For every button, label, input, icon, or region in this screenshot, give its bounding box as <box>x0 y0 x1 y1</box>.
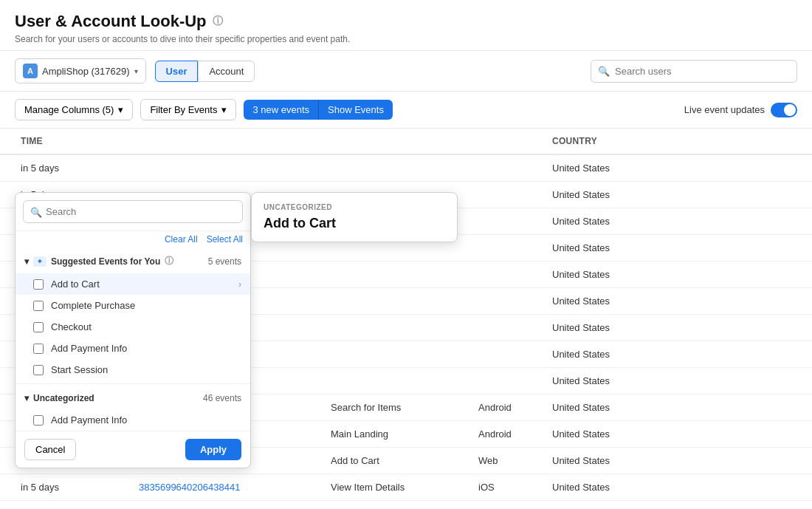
td-id <box>133 155 325 181</box>
td-id[interactable]: 3835699640206438441 <box>133 474 325 500</box>
start-session-label: Start Session <box>51 364 241 375</box>
td-platform <box>472 208 546 234</box>
live-events-toggle[interactable] <box>771 103 797 117</box>
td-event: Main Landing <box>325 421 472 447</box>
td-time: in 5 days <box>15 501 133 509</box>
uncategorized-section: ▾ Uncategorized 46 events Add Payment In… <box>16 387 250 431</box>
checkbox-add-to-cart[interactable] <box>33 279 44 290</box>
col-id <box>133 129 325 154</box>
td-country: United States <box>546 394 664 420</box>
title-text: User & Account Look-Up <box>15 12 207 31</box>
apply-button[interactable]: Apply <box>185 439 241 460</box>
td-country: United States <box>546 368 664 394</box>
clear-all-link[interactable]: Clear All <box>165 234 198 245</box>
td-platform: Android <box>472 501 546 509</box>
filter-item-complete-purchase[interactable]: Complete Purchase <box>16 295 250 316</box>
uncategorized-label: Uncategorized <box>33 393 94 403</box>
td-id[interactable]: 3759157951157676033 <box>133 501 325 509</box>
td-country: United States <box>546 288 664 314</box>
filter-search-input[interactable] <box>23 200 243 223</box>
search-users-wrapper: 🔍 <box>591 60 797 83</box>
filter-item-add-to-cart[interactable]: Add to Cart › <box>16 273 250 295</box>
cancel-button[interactable]: Cancel <box>24 439 76 460</box>
filter-dropdown: 🔍 Clear All Select All ▾ ✦ Suggested Eve… <box>15 192 251 468</box>
table-row: in 5 days 3759157951157676033 Log In And… <box>0 501 812 509</box>
filter-item-checkout[interactable]: Checkout <box>16 316 250 338</box>
td-event <box>325 288 472 314</box>
new-events-group: 3 new events Show Events <box>244 100 392 120</box>
td-event: Log In <box>325 501 472 509</box>
filter-actions: Clear All Select All <box>16 231 250 249</box>
filter-events-button[interactable]: Filter By Events ▾ <box>140 99 236 120</box>
table-row: in 5 days United States <box>0 155 812 182</box>
add-to-cart-label: Add to Cart <box>51 279 231 290</box>
td-platform: Android <box>472 421 546 447</box>
toggle-knob <box>784 104 796 116</box>
filter-search-area: 🔍 <box>16 193 250 231</box>
filter-events-chevron: ▾ <box>221 104 227 115</box>
manage-columns-chevron: ▾ <box>118 104 123 115</box>
checkbox-add-payment-uncat[interactable] <box>33 415 44 426</box>
page-header: User & Account Look-Up ⓘ Search for your… <box>0 0 812 51</box>
info-icon[interactable]: ⓘ <box>213 15 223 28</box>
new-events-badge[interactable]: 3 new events <box>244 100 318 120</box>
show-events-button[interactable]: Show Events <box>318 100 393 120</box>
td-event <box>325 155 472 181</box>
uncategorized-title: ▾ Uncategorized <box>24 393 94 403</box>
td-country: United States <box>546 208 664 234</box>
td-platform <box>472 368 546 394</box>
top-bar: A AmpliShop (317629) ▾ User Account 🔍 <box>0 51 812 92</box>
search-users-input[interactable] <box>591 60 797 83</box>
td-time: in 5 days <box>15 474 133 500</box>
search-users-icon: 🔍 <box>598 66 610 77</box>
col-platform <box>472 129 546 154</box>
td-event: Search for Items <box>325 394 472 420</box>
td-country: United States <box>546 474 664 500</box>
manage-columns-button[interactable]: Manage Columns (5) ▾ <box>15 99 133 120</box>
tab-account[interactable]: Account <box>198 61 255 82</box>
app-selector-chevron: ▾ <box>134 67 138 75</box>
tooltip-title: Add to Cart <box>264 216 445 231</box>
checkout-label: Checkout <box>51 321 241 332</box>
td-country: United States <box>546 501 664 509</box>
select-all-link[interactable]: Select All <box>207 234 243 245</box>
td-country: United States <box>546 155 664 181</box>
td-event: Add to Cart <box>325 448 472 474</box>
td-event <box>325 368 472 394</box>
app-selector[interactable]: A AmpliShop (317629) ▾ <box>15 58 146 83</box>
td-platform: Web <box>472 448 546 474</box>
main-content: 🔍 Clear All Select All ▾ ✦ Suggested Eve… <box>0 155 812 509</box>
add-to-cart-arrow: › <box>238 279 241 290</box>
filter-item-start-session[interactable]: Start Session <box>16 359 250 380</box>
table-row: in 5 days 3835699640206438441 View Item … <box>0 474 812 501</box>
section-icon: ✦ <box>33 256 47 267</box>
checkbox-add-payment-info[interactable] <box>33 344 44 354</box>
td-platform: iOS <box>472 474 546 500</box>
checkbox-start-session[interactable] <box>33 365 44 375</box>
filter-item-add-payment-info[interactable]: Add Payment Info <box>16 338 250 359</box>
live-events-label: Live event updates <box>684 104 765 115</box>
user-account-tabs: User Account <box>155 61 255 82</box>
complete-purchase-label: Complete Purchase <box>51 300 241 311</box>
checkbox-checkout[interactable] <box>33 322 44 332</box>
td-platform <box>472 182 546 208</box>
add-payment-uncat-label: Add Payment Info <box>51 414 241 426</box>
tab-user[interactable]: User <box>155 61 199 82</box>
col-event <box>325 129 472 154</box>
suggested-events-header[interactable]: ▾ ✦ Suggested Events for You ⓘ 5 events <box>16 249 250 273</box>
checkbox-complete-purchase[interactable] <box>33 301 44 311</box>
collapse-icon-uncat: ▾ <box>24 393 29 403</box>
td-platform <box>472 341 546 367</box>
td-platform <box>472 315 546 341</box>
td-platform <box>472 288 546 314</box>
td-platform: Android <box>472 394 546 420</box>
toolbar: Manage Columns (5) ▾ Filter By Events ▾ … <box>0 92 812 129</box>
filter-dropdown-overlay: 🔍 Clear All Select All ▾ ✦ Suggested Eve… <box>15 192 251 468</box>
uncategorized-header[interactable]: ▾ Uncategorized 46 events <box>16 387 250 409</box>
suggested-events-section: ▾ ✦ Suggested Events for You ⓘ 5 events … <box>16 249 250 380</box>
col-time: Time <box>15 129 133 154</box>
filter-search-icon: 🔍 <box>30 206 42 217</box>
suggested-count: 5 events <box>208 256 241 267</box>
filter-item-add-payment-info-uncat[interactable]: Add Payment Info <box>16 409 250 431</box>
td-country: United States <box>546 448 664 474</box>
